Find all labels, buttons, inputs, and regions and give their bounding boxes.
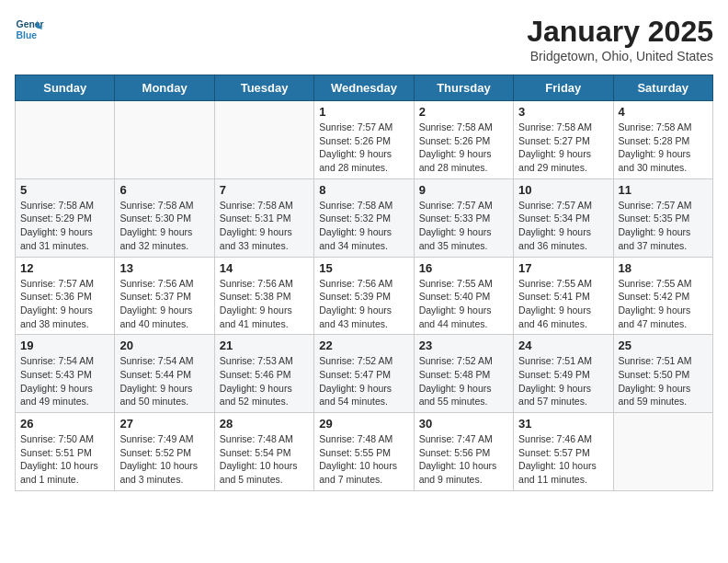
weekday-header-tuesday: Tuesday xyxy=(214,75,313,101)
day-number: 31 xyxy=(518,417,608,431)
weekday-header-saturday: Saturday xyxy=(613,75,712,101)
day-number: 29 xyxy=(319,417,408,431)
calendar-cell: 7Sunrise: 7:58 AM Sunset: 5:31 PM Daylig… xyxy=(214,178,313,257)
calendar-cell: 1Sunrise: 7:57 AM Sunset: 5:26 PM Daylig… xyxy=(314,101,414,179)
calendar-cell xyxy=(115,101,214,179)
calendar-cell: 8Sunrise: 7:58 AM Sunset: 5:32 PM Daylig… xyxy=(314,178,414,257)
calendar-cell: 20Sunrise: 7:54 AM Sunset: 5:44 PM Dayli… xyxy=(115,335,214,413)
calendar-cell xyxy=(214,101,313,179)
day-info: Sunrise: 7:51 AM Sunset: 5:49 PM Dayligh… xyxy=(518,354,608,408)
day-info: Sunrise: 7:57 AM Sunset: 5:36 PM Dayligh… xyxy=(20,277,109,331)
day-info: Sunrise: 7:55 AM Sunset: 5:40 PM Dayligh… xyxy=(419,277,508,331)
weekday-header-friday: Friday xyxy=(514,75,613,101)
weekday-header-thursday: Thursday xyxy=(414,75,513,101)
day-number: 5 xyxy=(20,183,109,197)
day-number: 21 xyxy=(220,339,309,352)
calendar-cell: 11Sunrise: 7:57 AM Sunset: 5:35 PM Dayli… xyxy=(613,178,712,257)
day-number: 13 xyxy=(119,261,209,275)
calendar-cell xyxy=(16,101,115,179)
day-info: Sunrise: 7:58 AM Sunset: 5:32 PM Dayligh… xyxy=(319,199,408,253)
calendar-cell xyxy=(613,413,712,491)
calendar-cell: 21Sunrise: 7:53 AM Sunset: 5:46 PM Dayli… xyxy=(214,335,313,413)
calendar-cell: 24Sunrise: 7:51 AM Sunset: 5:49 PM Dayli… xyxy=(514,335,613,413)
day-info: Sunrise: 7:57 AM Sunset: 5:26 PM Dayligh… xyxy=(319,121,408,175)
day-info: Sunrise: 7:56 AM Sunset: 5:39 PM Dayligh… xyxy=(319,277,408,331)
weekday-header-monday: Monday xyxy=(115,75,214,101)
day-number: 22 xyxy=(319,339,408,352)
day-info: Sunrise: 7:54 AM Sunset: 5:44 PM Dayligh… xyxy=(119,354,209,408)
calendar-cell: 4Sunrise: 7:58 AM Sunset: 5:28 PM Daylig… xyxy=(613,101,712,179)
calendar-cell: 13Sunrise: 7:56 AM Sunset: 5:37 PM Dayli… xyxy=(115,257,214,335)
day-info: Sunrise: 7:52 AM Sunset: 5:47 PM Dayligh… xyxy=(319,354,408,408)
calendar-cell: 19Sunrise: 7:54 AM Sunset: 5:43 PM Dayli… xyxy=(16,335,115,413)
day-info: Sunrise: 7:48 AM Sunset: 5:54 PM Dayligh… xyxy=(220,432,309,487)
title-area: January 2025 Bridgetown, Ohio, United St… xyxy=(527,15,713,63)
day-number: 2 xyxy=(419,105,508,119)
day-number: 26 xyxy=(20,417,109,431)
calendar-cell: 25Sunrise: 7:51 AM Sunset: 5:50 PM Dayli… xyxy=(613,335,712,413)
day-number: 8 xyxy=(319,183,408,197)
calendar-cell: 27Sunrise: 7:49 AM Sunset: 5:52 PM Dayli… xyxy=(115,413,214,491)
calendar-cell: 31Sunrise: 7:46 AM Sunset: 5:57 PM Dayli… xyxy=(514,413,613,491)
day-number: 27 xyxy=(119,417,209,431)
day-number: 9 xyxy=(419,183,508,197)
calendar-table: SundayMondayTuesdayWednesdayThursdayFrid… xyxy=(15,75,713,491)
header: General Blue January 2025 Bridgetown, Oh… xyxy=(15,15,713,63)
day-info: Sunrise: 7:51 AM Sunset: 5:50 PM Dayligh… xyxy=(619,354,708,408)
logo: General Blue xyxy=(15,15,44,44)
calendar-cell: 9Sunrise: 7:57 AM Sunset: 5:33 PM Daylig… xyxy=(414,178,513,257)
day-number: 19 xyxy=(20,339,109,352)
day-info: Sunrise: 7:50 AM Sunset: 5:51 PM Dayligh… xyxy=(20,432,109,487)
day-info: Sunrise: 7:58 AM Sunset: 5:29 PM Dayligh… xyxy=(20,199,109,253)
day-number: 30 xyxy=(419,417,508,431)
day-number: 24 xyxy=(518,339,608,352)
week-row-4: 19Sunrise: 7:54 AM Sunset: 5:43 PM Dayli… xyxy=(16,335,713,413)
calendar-cell: 15Sunrise: 7:56 AM Sunset: 5:39 PM Dayli… xyxy=(314,257,414,335)
day-info: Sunrise: 7:56 AM Sunset: 5:38 PM Dayligh… xyxy=(220,277,309,331)
weekday-header-row: SundayMondayTuesdayWednesdayThursdayFrid… xyxy=(16,75,713,101)
day-info: Sunrise: 7:53 AM Sunset: 5:46 PM Dayligh… xyxy=(220,354,309,408)
calendar-cell: 3Sunrise: 7:58 AM Sunset: 5:27 PM Daylig… xyxy=(514,101,613,179)
calendar-cell: 14Sunrise: 7:56 AM Sunset: 5:38 PM Dayli… xyxy=(214,257,313,335)
day-number: 11 xyxy=(619,183,708,197)
day-number: 3 xyxy=(518,105,608,119)
calendar-cell: 26Sunrise: 7:50 AM Sunset: 5:51 PM Dayli… xyxy=(16,413,115,491)
day-number: 20 xyxy=(119,339,209,352)
week-row-1: 1Sunrise: 7:57 AM Sunset: 5:26 PM Daylig… xyxy=(16,101,713,179)
calendar-cell: 23Sunrise: 7:52 AM Sunset: 5:48 PM Dayli… xyxy=(414,335,513,413)
day-info: Sunrise: 7:47 AM Sunset: 5:56 PM Dayligh… xyxy=(419,432,508,487)
day-info: Sunrise: 7:57 AM Sunset: 5:33 PM Dayligh… xyxy=(419,199,508,253)
calendar-cell: 22Sunrise: 7:52 AM Sunset: 5:47 PM Dayli… xyxy=(314,335,414,413)
day-number: 12 xyxy=(20,261,109,275)
day-info: Sunrise: 7:54 AM Sunset: 5:43 PM Dayligh… xyxy=(20,354,109,408)
calendar-cell: 16Sunrise: 7:55 AM Sunset: 5:40 PM Dayli… xyxy=(414,257,513,335)
day-info: Sunrise: 7:55 AM Sunset: 5:42 PM Dayligh… xyxy=(619,277,708,331)
calendar-cell: 28Sunrise: 7:48 AM Sunset: 5:54 PM Dayli… xyxy=(214,413,313,491)
calendar-cell: 29Sunrise: 7:48 AM Sunset: 5:55 PM Dayli… xyxy=(314,413,414,491)
day-info: Sunrise: 7:58 AM Sunset: 5:31 PM Dayligh… xyxy=(220,199,309,253)
day-number: 14 xyxy=(220,261,309,275)
day-info: Sunrise: 7:48 AM Sunset: 5:55 PM Dayligh… xyxy=(319,432,408,487)
day-number: 15 xyxy=(319,261,408,275)
day-number: 16 xyxy=(419,261,508,275)
day-number: 10 xyxy=(518,183,608,197)
week-row-3: 12Sunrise: 7:57 AM Sunset: 5:36 PM Dayli… xyxy=(16,257,713,335)
day-info: Sunrise: 7:58 AM Sunset: 5:30 PM Dayligh… xyxy=(119,199,209,253)
day-number: 23 xyxy=(419,339,508,352)
day-number: 1 xyxy=(319,105,408,119)
svg-text:Blue: Blue xyxy=(17,30,38,40)
day-info: Sunrise: 7:58 AM Sunset: 5:28 PM Dayligh… xyxy=(619,121,708,175)
day-info: Sunrise: 7:46 AM Sunset: 5:57 PM Dayligh… xyxy=(518,432,608,487)
calendar-cell: 6Sunrise: 7:58 AM Sunset: 5:30 PM Daylig… xyxy=(115,178,214,257)
day-number: 25 xyxy=(619,339,708,352)
day-info: Sunrise: 7:56 AM Sunset: 5:37 PM Dayligh… xyxy=(119,277,209,331)
calendar-cell: 18Sunrise: 7:55 AM Sunset: 5:42 PM Dayli… xyxy=(613,257,712,335)
day-info: Sunrise: 7:58 AM Sunset: 5:26 PM Dayligh… xyxy=(419,121,508,175)
day-info: Sunrise: 7:49 AM Sunset: 5:52 PM Dayligh… xyxy=(119,432,209,487)
day-number: 4 xyxy=(619,105,708,119)
day-info: Sunrise: 7:55 AM Sunset: 5:41 PM Dayligh… xyxy=(518,277,608,331)
day-info: Sunrise: 7:57 AM Sunset: 5:34 PM Dayligh… xyxy=(518,199,608,253)
day-number: 28 xyxy=(220,417,309,431)
week-row-5: 26Sunrise: 7:50 AM Sunset: 5:51 PM Dayli… xyxy=(16,413,713,491)
calendar-cell: 2Sunrise: 7:58 AM Sunset: 5:26 PM Daylig… xyxy=(414,101,513,179)
